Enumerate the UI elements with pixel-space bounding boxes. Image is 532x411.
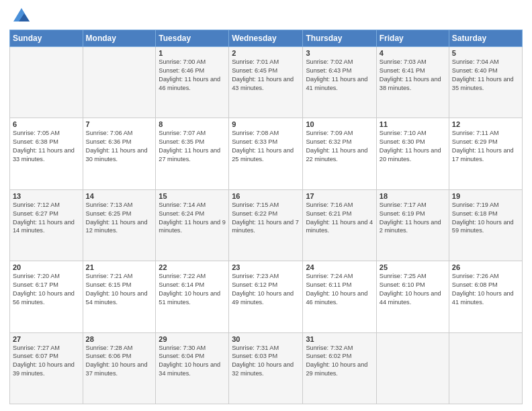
- day-info: Sunrise: 7:23 AM Sunset: 6:12 PM Dayligh…: [232, 272, 300, 307]
- day-info: Sunrise: 7:12 AM Sunset: 6:27 PM Dayligh…: [13, 201, 80, 236]
- calendar-cell: 6Sunrise: 7:05 AM Sunset: 6:38 PM Daylig…: [10, 118, 83, 189]
- calendar-cell: 1Sunrise: 7:00 AM Sunset: 6:46 PM Daylig…: [156, 47, 229, 118]
- calendar-cell: 22Sunrise: 7:22 AM Sunset: 6:14 PM Dayli…: [156, 261, 229, 332]
- calendar-cell: [83, 47, 156, 118]
- day-info: Sunrise: 7:00 AM Sunset: 6:46 PM Dayligh…: [159, 58, 226, 93]
- day-number: 21: [86, 263, 153, 271]
- day-number: 14: [86, 192, 153, 200]
- page: SundayMondayTuesdayWednesdayThursdayFrid…: [0, 0, 532, 411]
- calendar-cell: 8Sunrise: 7:07 AM Sunset: 6:35 PM Daylig…: [156, 118, 229, 189]
- weekday-header-row: SundayMondayTuesdayWednesdayThursdayFrid…: [10, 30, 523, 47]
- day-info: Sunrise: 7:03 AM Sunset: 6:41 PM Dayligh…: [380, 58, 446, 93]
- calendar-cell: 11Sunrise: 7:10 AM Sunset: 6:30 PM Dayli…: [376, 118, 449, 189]
- day-info: Sunrise: 7:04 AM Sunset: 6:40 PM Dayligh…: [452, 58, 519, 93]
- weekday-header-sunday: Sunday: [10, 30, 83, 47]
- day-number: 15: [159, 192, 226, 200]
- calendar-cell: 17Sunrise: 7:16 AM Sunset: 6:21 PM Dayli…: [303, 189, 376, 261]
- day-info: Sunrise: 7:28 AM Sunset: 6:06 PM Dayligh…: [86, 344, 153, 379]
- header: [9, 7, 523, 26]
- calendar-cell: 30Sunrise: 7:31 AM Sunset: 6:03 PM Dayli…: [229, 332, 303, 404]
- day-info: Sunrise: 7:26 AM Sunset: 6:08 PM Dayligh…: [452, 272, 519, 307]
- calendar-week-2: 6Sunrise: 7:05 AM Sunset: 6:38 PM Daylig…: [10, 118, 523, 189]
- day-number: 23: [232, 263, 300, 271]
- calendar-week-3: 13Sunrise: 7:12 AM Sunset: 6:27 PM Dayli…: [10, 189, 523, 261]
- day-info: Sunrise: 7:16 AM Sunset: 6:21 PM Dayligh…: [306, 201, 373, 236]
- weekday-header-monday: Monday: [83, 30, 156, 47]
- calendar-cell: [449, 332, 522, 404]
- day-info: Sunrise: 7:01 AM Sunset: 6:45 PM Dayligh…: [232, 58, 300, 93]
- day-number: 31: [306, 335, 373, 343]
- calendar-cell: 15Sunrise: 7:14 AM Sunset: 6:24 PM Dayli…: [156, 189, 229, 261]
- day-number: 22: [159, 263, 226, 271]
- calendar-week-5: 27Sunrise: 7:27 AM Sunset: 6:07 PM Dayli…: [10, 332, 523, 404]
- day-info: Sunrise: 7:13 AM Sunset: 6:25 PM Dayligh…: [86, 201, 153, 236]
- day-info: Sunrise: 7:11 AM Sunset: 6:29 PM Dayligh…: [452, 129, 519, 164]
- logo: [9, 7, 31, 26]
- calendar-cell: 28Sunrise: 7:28 AM Sunset: 6:06 PM Dayli…: [83, 332, 156, 404]
- calendar-cell: 24Sunrise: 7:24 AM Sunset: 6:11 PM Dayli…: [303, 261, 376, 332]
- day-info: Sunrise: 7:22 AM Sunset: 6:14 PM Dayligh…: [159, 272, 226, 307]
- calendar-cell: [10, 47, 83, 118]
- calendar-cell: 16Sunrise: 7:15 AM Sunset: 6:22 PM Dayli…: [229, 189, 303, 261]
- calendar-cell: 20Sunrise: 7:20 AM Sunset: 6:17 PM Dayli…: [10, 261, 83, 332]
- day-info: Sunrise: 7:06 AM Sunset: 6:36 PM Dayligh…: [86, 129, 153, 164]
- day-number: 28: [86, 335, 153, 343]
- weekday-header-saturday: Saturday: [449, 30, 522, 47]
- calendar-cell: 13Sunrise: 7:12 AM Sunset: 6:27 PM Dayli…: [10, 189, 83, 261]
- day-info: Sunrise: 7:02 AM Sunset: 6:43 PM Dayligh…: [306, 58, 373, 93]
- day-info: Sunrise: 7:31 AM Sunset: 6:03 PM Dayligh…: [232, 344, 300, 379]
- day-info: Sunrise: 7:30 AM Sunset: 6:04 PM Dayligh…: [159, 344, 226, 379]
- day-number: 11: [380, 120, 446, 128]
- calendar-cell: 10Sunrise: 7:09 AM Sunset: 6:32 PM Dayli…: [303, 118, 376, 189]
- day-number: 4: [380, 49, 446, 57]
- calendar-cell: 23Sunrise: 7:23 AM Sunset: 6:12 PM Dayli…: [229, 261, 303, 332]
- calendar-cell: 4Sunrise: 7:03 AM Sunset: 6:41 PM Daylig…: [376, 47, 449, 118]
- day-number: 12: [452, 120, 519, 128]
- calendar-cell: 12Sunrise: 7:11 AM Sunset: 6:29 PM Dayli…: [449, 118, 522, 189]
- calendar-cell: [376, 332, 449, 404]
- day-number: 19: [452, 192, 519, 200]
- day-number: 6: [13, 120, 80, 128]
- day-number: 13: [13, 192, 80, 200]
- calendar-table: SundayMondayTuesdayWednesdayThursdayFrid…: [9, 30, 523, 404]
- day-number: 1: [159, 49, 226, 57]
- calendar-cell: 2Sunrise: 7:01 AM Sunset: 6:45 PM Daylig…: [229, 47, 303, 118]
- weekday-header-thursday: Thursday: [303, 30, 376, 47]
- day-number: 16: [232, 192, 300, 200]
- day-number: 30: [232, 335, 300, 343]
- weekday-header-tuesday: Tuesday: [156, 30, 229, 47]
- calendar-cell: 21Sunrise: 7:21 AM Sunset: 6:15 PM Dayli…: [83, 261, 156, 332]
- day-number: 3: [306, 49, 373, 57]
- day-info: Sunrise: 7:10 AM Sunset: 6:30 PM Dayligh…: [380, 129, 446, 164]
- day-info: Sunrise: 7:15 AM Sunset: 6:22 PM Dayligh…: [232, 201, 300, 236]
- day-info: Sunrise: 7:20 AM Sunset: 6:17 PM Dayligh…: [13, 272, 80, 307]
- day-info: Sunrise: 7:17 AM Sunset: 6:19 PM Dayligh…: [380, 201, 446, 236]
- day-number: 8: [159, 120, 226, 128]
- calendar-cell: 5Sunrise: 7:04 AM Sunset: 6:40 PM Daylig…: [449, 47, 522, 118]
- day-info: Sunrise: 7:24 AM Sunset: 6:11 PM Dayligh…: [306, 272, 373, 307]
- logo-icon: [12, 7, 31, 26]
- weekday-header-friday: Friday: [376, 30, 449, 47]
- calendar-cell: 9Sunrise: 7:08 AM Sunset: 6:33 PM Daylig…: [229, 118, 303, 189]
- day-info: Sunrise: 7:05 AM Sunset: 6:38 PM Dayligh…: [13, 129, 80, 164]
- day-number: 29: [159, 335, 226, 343]
- calendar-cell: 25Sunrise: 7:25 AM Sunset: 6:10 PM Dayli…: [376, 261, 449, 332]
- day-number: 24: [306, 263, 373, 271]
- weekday-header-wednesday: Wednesday: [229, 30, 303, 47]
- day-number: 2: [232, 49, 300, 57]
- day-number: 5: [452, 49, 519, 57]
- calendar-cell: 14Sunrise: 7:13 AM Sunset: 6:25 PM Dayli…: [83, 189, 156, 261]
- calendar-week-1: 1Sunrise: 7:00 AM Sunset: 6:46 PM Daylig…: [10, 47, 523, 118]
- day-number: 9: [232, 120, 300, 128]
- calendar-cell: 29Sunrise: 7:30 AM Sunset: 6:04 PM Dayli…: [156, 332, 229, 404]
- day-number: 17: [306, 192, 373, 200]
- day-info: Sunrise: 7:19 AM Sunset: 6:18 PM Dayligh…: [452, 201, 519, 236]
- day-info: Sunrise: 7:32 AM Sunset: 6:02 PM Dayligh…: [306, 344, 373, 379]
- day-info: Sunrise: 7:08 AM Sunset: 6:33 PM Dayligh…: [232, 129, 300, 164]
- day-number: 20: [13, 263, 80, 271]
- calendar-cell: 18Sunrise: 7:17 AM Sunset: 6:19 PM Dayli…: [376, 189, 449, 261]
- day-info: Sunrise: 7:14 AM Sunset: 6:24 PM Dayligh…: [159, 201, 226, 236]
- calendar-cell: 31Sunrise: 7:32 AM Sunset: 6:02 PM Dayli…: [303, 332, 376, 404]
- calendar-cell: 27Sunrise: 7:27 AM Sunset: 6:07 PM Dayli…: [10, 332, 83, 404]
- calendar-cell: 26Sunrise: 7:26 AM Sunset: 6:08 PM Dayli…: [449, 261, 522, 332]
